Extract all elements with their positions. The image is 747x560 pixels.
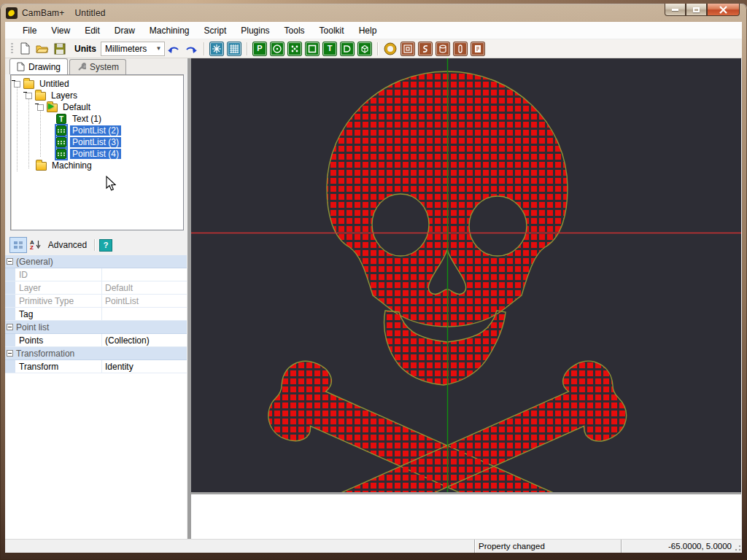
properties-toolbar-separator bbox=[94, 239, 95, 251]
menu-help[interactable]: Help bbox=[352, 23, 384, 38]
drawing-canvas[interactable] bbox=[191, 58, 741, 492]
menu-script[interactable]: Script bbox=[197, 23, 234, 38]
chevron-down-icon[interactable]: ▼ bbox=[153, 42, 164, 55]
mop-nc-file-icon bbox=[471, 42, 484, 55]
tree-item-layers[interactable]: Layers bbox=[23, 90, 80, 101]
menu-plugins[interactable]: Plugins bbox=[233, 23, 276, 38]
draw-circle-button[interactable] bbox=[269, 41, 285, 56]
app-icon bbox=[6, 7, 18, 19]
panel-tabstrip: Drawing System bbox=[5, 58, 187, 74]
redo-button[interactable] bbox=[183, 41, 199, 56]
tree-item-pointlist-4[interactable]: PointList (4) bbox=[56, 148, 121, 160]
draw-text-button[interactable]: T bbox=[322, 41, 338, 56]
units-combobox[interactable]: Millimeters ▼ bbox=[101, 42, 165, 56]
tree-item-default-layer[interactable]: Default bbox=[34, 101, 93, 113]
draw-surface-button[interactable] bbox=[339, 41, 355, 56]
menu-edit[interactable]: Edit bbox=[77, 23, 107, 38]
save-file-button[interactable] bbox=[52, 41, 68, 56]
category-label: Point list bbox=[16, 322, 49, 332]
tree-item-machining[interactable]: Machining bbox=[23, 160, 94, 171]
new-file-button[interactable] bbox=[17, 41, 33, 56]
mop-nc-file-button[interactable] bbox=[470, 41, 486, 56]
collapse-icon[interactable] bbox=[7, 350, 13, 357]
tab-system[interactable]: System bbox=[69, 59, 126, 74]
row-indent bbox=[5, 281, 15, 294]
property-grid: (General) ID Layer Default Primiti bbox=[5, 255, 187, 373]
collapse-icon[interactable] bbox=[7, 324, 13, 330]
menu-tools[interactable]: Tools bbox=[277, 23, 312, 38]
draw-text-icon: T bbox=[323, 42, 336, 55]
property-category-transformation[interactable]: Transformation bbox=[5, 347, 187, 360]
window-controls bbox=[665, 4, 740, 16]
units-combobox-value: Millimeters bbox=[101, 44, 153, 54]
tab-drawing[interactable]: Drawing bbox=[9, 58, 68, 74]
collapse-icon[interactable] bbox=[37, 104, 44, 111]
main-toolbar: Units Millimeters ▼ bbox=[5, 39, 742, 58]
az-sort-icon: AZ bbox=[30, 240, 34, 250]
maximize-icon bbox=[693, 7, 700, 12]
draw-circle-icon bbox=[271, 42, 284, 55]
property-category-general[interactable]: (General) bbox=[5, 255, 187, 268]
draw-polyline-icon: P bbox=[253, 42, 266, 55]
tree-item-label: Machining bbox=[50, 160, 94, 171]
property-category-point-list[interactable]: Point list bbox=[5, 321, 187, 334]
toolbar-separator bbox=[247, 42, 247, 55]
tree-item-label: PointList (4) bbox=[70, 149, 121, 159]
menu-machining[interactable]: Machining bbox=[142, 23, 197, 38]
folder-icon bbox=[23, 79, 34, 89]
property-row-transform[interactable]: Transform Identity bbox=[5, 360, 187, 373]
close-button[interactable] bbox=[707, 4, 740, 16]
toggle-grid-button[interactable] bbox=[226, 41, 242, 56]
status-message-text: Property changed bbox=[479, 542, 545, 551]
menu-view[interactable]: View bbox=[44, 23, 77, 38]
tree-item-text-1[interactable]: T Text (1) bbox=[56, 113, 104, 125]
toggle-axes-button[interactable] bbox=[209, 41, 225, 56]
mop-pocket-button[interactable] bbox=[400, 41, 416, 56]
property-row-points[interactable]: Points (Collection) bbox=[5, 334, 187, 347]
draw-rectangle-button[interactable] bbox=[304, 41, 320, 56]
drawing-tree[interactable]: Untitled Layers Default T Text (1) bbox=[10, 74, 184, 230]
status-bar: Property changed -65.0000, 5.0000 bbox=[5, 539, 742, 553]
tree-item-pointlist-3[interactable]: PointList (3) bbox=[56, 136, 121, 148]
alphabetical-sort-button[interactable]: AZ bbox=[30, 237, 41, 253]
property-row-tag[interactable]: Tag bbox=[5, 308, 187, 321]
draw-rectangle-icon bbox=[306, 42, 319, 55]
draw-surface-icon bbox=[341, 42, 354, 55]
draw-3d-shape-button[interactable] bbox=[357, 41, 373, 56]
mouse-cursor bbox=[106, 176, 116, 191]
mop-profile-button[interactable] bbox=[435, 41, 451, 56]
mop-3d-profile-button[interactable] bbox=[452, 41, 468, 56]
menu-file[interactable]: File bbox=[15, 23, 44, 38]
property-row-layer[interactable]: Layer Default bbox=[5, 281, 187, 295]
mop-engrave-button[interactable] bbox=[417, 41, 433, 56]
categorized-view-button[interactable] bbox=[9, 237, 27, 253]
property-label: ID bbox=[15, 268, 102, 281]
maximize-button[interactable] bbox=[686, 4, 707, 16]
resize-grip-icon[interactable] bbox=[732, 542, 741, 551]
open-file-button[interactable] bbox=[34, 41, 50, 56]
title-bar[interactable]: CamBam+Untitled bbox=[0, 4, 747, 22]
tree-item-label: Untitled bbox=[37, 79, 71, 89]
mop-drill-icon bbox=[384, 42, 397, 55]
menu-bar: File View Edit Draw Machining Script Plu… bbox=[5, 22, 742, 39]
pointlist-primitive-icon bbox=[56, 137, 66, 147]
undo-button[interactable] bbox=[166, 41, 182, 56]
help-button[interactable]: ? bbox=[99, 239, 112, 252]
advanced-button[interactable]: Advanced bbox=[48, 240, 87, 250]
mop-drill-button[interactable] bbox=[382, 41, 398, 56]
property-label: Primitive Type bbox=[15, 295, 102, 307]
property-row-primitive-type[interactable]: Primitive Type PointList bbox=[5, 295, 187, 308]
menu-draw[interactable]: Draw bbox=[107, 23, 142, 38]
collapse-icon[interactable] bbox=[7, 258, 13, 265]
mop-3d-profile-icon bbox=[454, 42, 467, 55]
collapse-icon[interactable] bbox=[26, 93, 32, 99]
tree-item-pointlist-2[interactable]: PointList (2) bbox=[56, 125, 121, 136]
tree-item-untitled[interactable]: Untitled bbox=[11, 78, 71, 90]
menu-toolkit[interactable]: Toolkit bbox=[312, 23, 352, 38]
draw-polyline-button[interactable]: P bbox=[252, 41, 268, 56]
property-row-id[interactable]: ID bbox=[5, 268, 187, 281]
property-label: Layer bbox=[15, 281, 102, 294]
collapse-icon[interactable] bbox=[14, 81, 20, 88]
draw-pointlist-button[interactable] bbox=[287, 41, 303, 56]
minimize-button[interactable] bbox=[665, 4, 686, 16]
